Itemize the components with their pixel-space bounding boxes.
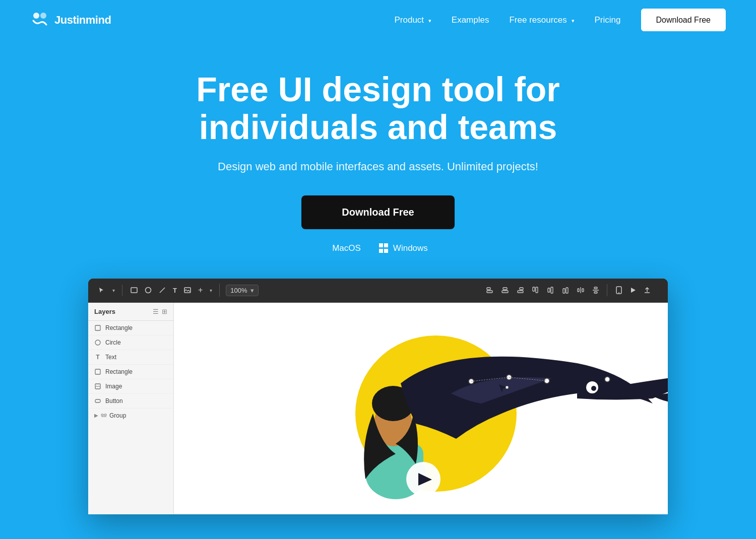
- hero-title: Free UI design tool for individuals and …: [151, 71, 605, 146]
- svg-point-3: [146, 288, 151, 293]
- svg-rect-14: [548, 288, 550, 292]
- zoom-control[interactable]: 100% ▾: [226, 285, 258, 296]
- nav-links: Product ▾ Examples Free resources ▾ Pric…: [395, 15, 726, 25]
- upload-icon[interactable]: [642, 285, 653, 296]
- align-top-icon[interactable]: [529, 284, 541, 296]
- svg-line-4: [160, 288, 165, 293]
- layer-item-group[interactable]: ▶ Group: [88, 409, 173, 423]
- distribute-h-icon[interactable]: [575, 284, 587, 296]
- svg-rect-15: [551, 287, 553, 293]
- svg-rect-16: [563, 289, 565, 293]
- svg-rect-31: [95, 399, 100, 402]
- logo-text: Justinmind: [54, 14, 111, 27]
- layer-item-image[interactable]: Image: [88, 379, 173, 394]
- layers-list-icon[interactable]: ☰: [153, 308, 159, 315]
- zoom-dropdown-icon[interactable]: ▾: [250, 287, 254, 294]
- nav-item-pricing[interactable]: Pricing: [595, 15, 621, 25]
- svg-point-1: [40, 13, 46, 19]
- cursor-tool-icon[interactable]: [96, 285, 107, 296]
- rectangle-tool-icon[interactable]: [129, 285, 140, 296]
- svg-rect-12: [533, 287, 535, 291]
- layers-header-icons: ☰ ⊞: [153, 308, 167, 315]
- nav-item-free-resources[interactable]: Free resources ▾: [509, 15, 574, 25]
- app-body: Layers ☰ ⊞ Rectangle Circle T: [88, 303, 668, 514]
- layers-panel: Layers ☰ ⊞ Rectangle Circle T: [88, 303, 174, 514]
- mobile-icon[interactable]: [613, 284, 624, 296]
- deco-curve-left: [199, 403, 249, 494]
- layer-item-rectangle-2[interactable]: Rectangle: [88, 365, 173, 379]
- add-tool-icon[interactable]: +: [196, 284, 205, 297]
- layer-item-text[interactable]: T Text: [88, 350, 173, 365]
- svg-rect-29: [95, 369, 100, 374]
- rectangle-layer-icon: [94, 324, 101, 331]
- nav-item-examples[interactable]: Examples: [452, 15, 489, 25]
- align-bottom-icon[interactable]: [559, 284, 572, 296]
- svg-rect-23: [594, 292, 597, 293]
- group-layer-icon: [100, 412, 107, 419]
- layers-grid-icon[interactable]: ⊞: [162, 308, 167, 315]
- distribute-v-icon[interactable]: [590, 284, 602, 296]
- svg-rect-11: [518, 291, 523, 293]
- svg-rect-33: [104, 414, 106, 416]
- image-tool-icon[interactable]: [182, 285, 193, 296]
- macos-badge[interactable]: MacOS: [328, 243, 361, 253]
- align-center-h-icon[interactable]: [499, 284, 511, 296]
- svg-rect-27: [95, 325, 100, 330]
- canvas-area: [174, 303, 668, 514]
- chevron-down-icon[interactable]: ▾: [110, 286, 117, 295]
- layer-item-circle[interactable]: Circle: [88, 335, 173, 350]
- svg-rect-32: [101, 414, 103, 416]
- layers-header: Layers ☰ ⊞: [88, 303, 173, 321]
- nav-cta-item[interactable]: Download Free: [641, 16, 726, 25]
- toolbar-align-group: [484, 284, 607, 296]
- toolbar-shapes-group: T + ▾: [129, 284, 220, 297]
- os-badges: MacOS Windows: [328, 243, 428, 253]
- layer-group-chevron-icon: ▶: [94, 413, 98, 418]
- toolbar-device-group: [613, 284, 658, 296]
- svg-point-25: [618, 292, 619, 293]
- windows-badge[interactable]: Windows: [379, 243, 428, 253]
- svg-rect-10: [520, 288, 523, 290]
- svg-rect-8: [503, 288, 507, 290]
- hero-subtitle: Design web and mobile interfaces and ass…: [218, 160, 538, 173]
- text-layer-icon: T: [94, 354, 101, 361]
- line-tool-icon[interactable]: [157, 285, 168, 296]
- svg-rect-13: [536, 287, 538, 293]
- chevron-down-icon: ▾: [572, 18, 575, 24]
- deco-curve-right: [587, 454, 658, 504]
- macos-label: MacOS: [332, 243, 361, 253]
- nav-item-product[interactable]: Product ▾: [395, 15, 431, 25]
- svg-point-0: [33, 13, 39, 19]
- text-tool-icon[interactable]: T: [171, 285, 179, 296]
- nav-download-button[interactable]: Download Free: [641, 9, 726, 31]
- svg-rect-20: [582, 289, 584, 292]
- navbar: Justinmind Product ▾ Examples Free resou…: [0, 0, 756, 40]
- svg-rect-7: [487, 291, 492, 293]
- hero-section: Free UI design tool for individuals and …: [0, 40, 756, 279]
- play-icon[interactable]: [627, 285, 639, 296]
- windows-label: Windows: [393, 243, 428, 253]
- zoom-level: 100%: [230, 287, 247, 294]
- svg-point-49: [506, 386, 509, 389]
- hero-download-button[interactable]: Download Free: [301, 195, 454, 229]
- logo[interactable]: Justinmind: [30, 11, 111, 30]
- align-left-icon[interactable]: [484, 284, 496, 296]
- svg-rect-19: [578, 289, 579, 292]
- svg-rect-6: [487, 288, 490, 290]
- svg-rect-9: [502, 291, 508, 293]
- circle-layer-icon: [94, 339, 101, 346]
- svg-rect-17: [566, 288, 568, 293]
- svg-point-45: [605, 377, 610, 382]
- toolbar-select-group: ▾: [96, 285, 122, 296]
- svg-point-41: [591, 386, 596, 391]
- circle-tool-icon[interactable]: [143, 285, 154, 296]
- align-right-icon[interactable]: [514, 284, 526, 296]
- align-center-v-icon[interactable]: [544, 284, 556, 296]
- add-chevron-icon[interactable]: ▾: [208, 286, 214, 295]
- layer-item-rectangle-1[interactable]: Rectangle: [88, 321, 173, 335]
- layer-item-button[interactable]: Button: [88, 394, 173, 409]
- app-screenshot: ▾ T + ▾ 100% ▾: [88, 279, 668, 514]
- chevron-down-icon: ▾: [428, 18, 431, 24]
- svg-rect-34: [101, 416, 106, 417]
- svg-rect-2: [131, 288, 137, 293]
